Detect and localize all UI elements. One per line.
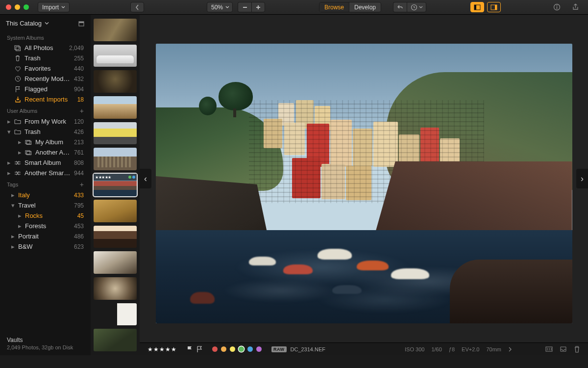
item-count: 433: [74, 192, 84, 199]
sidebar-item-smart-album[interactable]: ▸Smart Album808: [0, 158, 91, 168]
undo-button[interactable]: [393, 2, 407, 12]
maximize-window-icon[interactable]: [24, 4, 29, 10]
sidebar-item-trash[interactable]: ▾Trash426: [0, 127, 91, 137]
add-album-button[interactable]: +: [80, 107, 84, 114]
thumbnail[interactable]: [94, 303, 137, 326]
item-count: 213: [74, 139, 84, 146]
rating-stars[interactable]: ★★★★★: [147, 346, 177, 353]
main-image[interactable]: [156, 44, 572, 323]
vaults-stats: 2,049 Photos, 32gb on Disk: [7, 344, 84, 350]
panel-left-icon: [474, 4, 481, 10]
vaults-footer[interactable]: Vaults 2,049 Photos, 32gb on Disk: [0, 332, 91, 355]
color-label-dot[interactable]: [212, 346, 218, 352]
layout-toggle: [470, 2, 501, 12]
thumbnail[interactable]: [94, 96, 137, 119]
sidebar-item-recently-modified[interactable]: Recently Modified432: [0, 74, 91, 84]
svg-rect-0: [243, 7, 246, 8]
trash-icon[interactable]: [574, 346, 580, 353]
thumbnail[interactable]: [94, 70, 137, 93]
sidebar-item-another-smart-a-[interactable]: ▸Another Smart A…944: [0, 168, 91, 178]
tag-item-travel[interactable]: ▾Travel795: [0, 200, 91, 210]
tag-item-portrait[interactable]: ▸Portrait486: [0, 231, 91, 241]
item-count: 808: [74, 159, 84, 166]
toolbar-right: [393, 2, 582, 12]
tag-item-b-w[interactable]: ▸B&W623: [0, 241, 91, 252]
thumbnail[interactable]: [94, 148, 137, 170]
import-button[interactable]: Import: [38, 2, 70, 12]
share-button[interactable]: [568, 2, 582, 12]
color-label-dot[interactable]: [221, 346, 226, 352]
develop-tab[interactable]: Develop: [349, 2, 381, 12]
sidebar-item-favorites[interactable]: Favorites440: [0, 63, 91, 74]
thumbnail-selected[interactable]: ★★★★★: [94, 174, 137, 196]
prev-image-button[interactable]: ‹: [140, 169, 151, 188]
item-label: Recently Modified: [24, 75, 71, 82]
thumbnail[interactable]: [94, 251, 137, 274]
flag-solid-icon[interactable]: [187, 346, 193, 352]
flag-controls: [187, 346, 202, 352]
inbox-icon[interactable]: [560, 346, 567, 352]
user-albums-header: User Albums +: [0, 105, 91, 116]
smart-icon: [14, 160, 21, 166]
item-label: Flagged: [24, 85, 71, 93]
sidebar-item-from-my-work[interactable]: ▸From My Work120: [0, 116, 91, 127]
item-label: Another Smart A…: [24, 169, 71, 177]
file-info: RAW DC_2314.NEF: [271, 346, 325, 352]
color-label-dot[interactable]: [230, 346, 235, 352]
expand-icon: ▸: [7, 169, 11, 177]
svg-rect-2: [258, 5, 259, 9]
item-label: Favorites: [24, 65, 71, 72]
item-count: 440: [74, 65, 84, 72]
sidebar-item-my-album[interactable]: ▸My Album213: [0, 137, 91, 147]
sidebar-item-another-album[interactable]: ▸Another Album761: [0, 147, 91, 158]
thumbnail[interactable]: [94, 277, 137, 300]
close-window-icon[interactable]: [6, 4, 11, 10]
back-button[interactable]: [130, 2, 144, 12]
thumbnail[interactable]: [94, 122, 137, 145]
sidebar-left-toggle[interactable]: [470, 2, 484, 12]
catalog-label: This Catalog: [6, 20, 42, 27]
chevron-right-icon[interactable]: [508, 347, 512, 352]
zoom-in-button[interactable]: [251, 2, 265, 12]
item-label: From My Work: [24, 118, 71, 125]
sidebar-item-all-photos[interactable]: All Photos2,049: [0, 43, 91, 53]
history-button[interactable]: [407, 2, 426, 12]
album-icon: [25, 140, 32, 145]
minus-icon: [242, 5, 247, 10]
item-count: 18: [77, 96, 84, 103]
color-label-dot[interactable]: [239, 346, 244, 352]
item-label: Another Album: [35, 149, 71, 156]
item-count: 432: [74, 76, 84, 82]
add-tag-button[interactable]: +: [80, 181, 84, 188]
calendar-icon[interactable]: [78, 20, 85, 27]
sidebar-item-recent-imports[interactable]: Recent Imports18: [0, 94, 91, 105]
info-button[interactable]: [550, 2, 564, 12]
browse-tab[interactable]: Browse: [319, 2, 349, 12]
catalog-dropdown[interactable]: This Catalog: [6, 20, 49, 27]
zoom-out-button[interactable]: [238, 2, 251, 12]
tag-item-forests[interactable]: ▸Forests453: [0, 221, 91, 231]
tag-item-italy[interactable]: ▸Italy433: [0, 190, 91, 200]
sidebar-right-toggle[interactable]: [487, 2, 501, 12]
item-count: 486: [74, 233, 84, 240]
minimize-window-icon[interactable]: [15, 4, 20, 10]
item-label: Forests: [25, 222, 71, 230]
sidebar-item-flagged[interactable]: Flagged904: [0, 84, 91, 94]
flag-outline-icon[interactable]: [196, 346, 202, 352]
thumbnail[interactable]: [94, 329, 137, 351]
adjustments-icon[interactable]: [545, 346, 553, 352]
undo-icon: [397, 4, 404, 10]
color-label-dot[interactable]: [247, 346, 253, 352]
color-label-dot[interactable]: [256, 346, 262, 352]
item-label: Smart Album: [24, 159, 71, 166]
thumbnail[interactable]: [94, 200, 137, 222]
zoom-dropdown[interactable]: 50%: [207, 2, 233, 12]
item-count: 45: [77, 212, 84, 219]
sidebar-item-trash[interactable]: Trash255: [0, 53, 91, 63]
chevron-down-icon: [419, 5, 423, 9]
tag-item-rocks[interactable]: ▸Rocks45: [0, 210, 91, 221]
thumbnail[interactable]: [94, 19, 137, 41]
thumbnail[interactable]: [94, 226, 137, 248]
thumbnail[interactable]: [94, 45, 137, 67]
next-image-button[interactable]: ›: [576, 169, 588, 188]
